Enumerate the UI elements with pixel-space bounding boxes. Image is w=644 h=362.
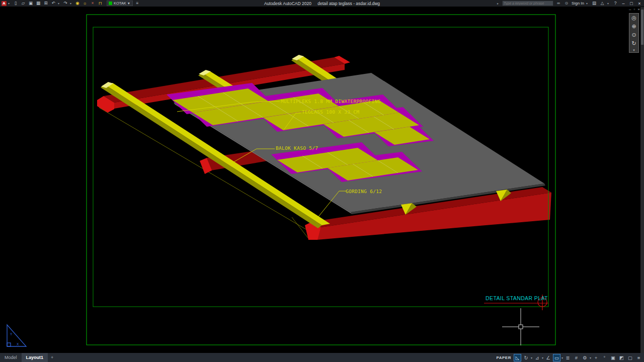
search-input[interactable] (502, 1, 553, 6)
autodesk-app-icon[interactable]: △ (599, 0, 605, 7)
space-indicator[interactable]: PAPER (496, 355, 511, 360)
annotation-balok-kaso[interactable]: BALOK KASO 5/7 (276, 145, 318, 151)
ucs-icon: Y X (7, 325, 26, 346)
paperspace-toggle-icon[interactable]: ◺ (514, 354, 521, 361)
sun-icon[interactable]: ☼ (82, 0, 88, 7)
lock-icon[interactable]: ⊓ (97, 0, 103, 7)
annotation-scale-icon[interactable]: ° (601, 354, 608, 361)
lightbulb-icon[interactable]: ◉ (74, 0, 80, 7)
close-button[interactable]: × (636, 1, 642, 6)
new-file-icon[interactable]: ▯ (13, 0, 19, 7)
annotation-monitor-icon[interactable]: ◩ (618, 354, 625, 361)
clean-screen-icon[interactable]: ▢ (626, 354, 634, 361)
doc-restore-button[interactable]: ▫ (633, 7, 635, 12)
title-bar: A ▾ ▯ ▱ ▣ ▦ ⊞ ↶ ▾ ↷ ▾ ◉ ☼ × ⊓ KOTAK ▾ ≡ … (0, 0, 644, 7)
detail-title[interactable]: DETAIL STANDAR PLAT (486, 295, 548, 301)
lineweight-icon[interactable]: ≣ (564, 354, 572, 361)
user-icon[interactable]: ☺ (564, 0, 570, 7)
qat-overflow-icon[interactable]: ≡ (134, 0, 140, 7)
isodraft-dropdown-icon[interactable]: ▾ (561, 356, 563, 359)
layer-color-swatch (109, 2, 112, 5)
annotation-multipleks[interactable]: MULTIPLEKS 1.8 MM DIWATERPROOFING (281, 99, 381, 104)
undo-dropdown-icon[interactable]: ▾ (58, 2, 61, 5)
orbit-icon[interactable]: ↻ (631, 39, 636, 48)
navigation-bar: ◎ ⊕ ⊙ ↻ ▾ (629, 13, 639, 53)
save-icon[interactable]: ▣ (28, 0, 34, 7)
sign-in-dropdown-icon[interactable]: ▾ (586, 2, 589, 5)
snap-mode-icon[interactable]: ↻ (522, 354, 530, 361)
doc-minimize-button[interactable]: – (629, 7, 631, 12)
help-icon[interactable]: ? (612, 0, 618, 7)
steering-wheel-icon[interactable]: ◎ (631, 14, 636, 22)
redo-icon[interactable]: ↷ (62, 0, 68, 7)
search-icon[interactable]: ∞ (555, 0, 561, 7)
grid-icon[interactable]: ⊿ (533, 354, 541, 361)
plot-icon[interactable]: ⊞ (43, 0, 49, 7)
layer-name: KOTAK (114, 1, 126, 6)
pan-icon[interactable]: ⊕ (631, 22, 636, 31)
logo-dropdown-icon[interactable]: ▾ (8, 2, 11, 5)
zoom-icon[interactable]: ⊙ (631, 31, 636, 39)
tab-model[interactable]: Model (0, 353, 22, 362)
status-bar: Model Layout1 + PAPER ◺ ↻ ▾ ⊿ ▾ ∠ ▭ ▾ ≣ … (0, 353, 644, 362)
scrollbar-thumb[interactable] (641, 10, 643, 45)
grid-dropdown-icon[interactable]: ▾ (542, 356, 543, 359)
workspace-switch-icon[interactable]: ▣ (609, 354, 617, 361)
app-store-cart-icon[interactable]: ▤ (591, 0, 597, 7)
autocad-window: Y X MULTIPLEKS 1.8 MM DIWATERPROOFING TE… (0, 0, 644, 362)
undo-icon[interactable]: ↶ (50, 0, 56, 7)
app-dropdown-icon[interactable]: ▾ (607, 2, 610, 5)
object-snap-icon[interactable]: # (573, 354, 580, 361)
search-expander-icon[interactable]: ▸ (497, 2, 500, 5)
maximize-button[interactable]: □ (628, 1, 634, 6)
app-name: Autodesk AutoCAD 2020 (264, 1, 311, 6)
settings-dropdown-icon[interactable]: ▾ (590, 356, 591, 359)
navbar-more-icon[interactable]: ▾ (633, 48, 635, 52)
sign-in-button[interactable]: Sign In (572, 1, 584, 6)
redo-dropdown-icon[interactable]: ▾ (70, 2, 73, 5)
autocad-logo[interactable]: A (2, 1, 7, 6)
annotation-scale-add-icon[interactable]: + (592, 354, 600, 361)
customization-icon[interactable]: ≡ (635, 354, 642, 361)
document-window-controls: – ▫ × (629, 7, 640, 12)
open-file-icon[interactable]: ▱ (20, 0, 26, 7)
layout-tabs: Model Layout1 + (0, 353, 56, 362)
status-toggles: PAPER ◺ ↻ ▾ ⊿ ▾ ∠ ▭ ▾ ≣ # ⚙ ▾ + ° ▣ ◩ ▢ … (496, 354, 643, 361)
annotation-gording[interactable]: GORDING 6/12 (346, 189, 382, 194)
snap-dropdown-icon[interactable]: ▾ (531, 356, 532, 359)
minimize-button[interactable]: – (620, 1, 626, 6)
new-layout-button[interactable]: + (48, 353, 56, 362)
document-name: detail atap teglass - asdar.id.dwg (317, 1, 380, 6)
annotation-teglass[interactable]: TEGLASS 100 X 33 CM (302, 109, 359, 115)
layer-dropdown-icon: ▾ (128, 1, 131, 6)
doc-close-button[interactable]: × (637, 7, 640, 12)
tab-layout1[interactable]: Layout1 (22, 353, 48, 362)
layer-dropdown[interactable]: KOTAK ▾ (107, 1, 133, 6)
drawing-canvas[interactable]: Y X (0, 0, 644, 362)
save-as-icon[interactable]: ▦ (35, 0, 41, 7)
crosshair-cursor (502, 308, 539, 345)
cancel-icon[interactable]: × (90, 0, 96, 7)
vertical-scrollbar[interactable] (640, 7, 644, 353)
polar-tracking-icon[interactable]: ∠ (544, 354, 552, 361)
svg-text:X: X (17, 342, 19, 346)
isodraft-icon[interactable]: ▭ (553, 354, 560, 361)
svg-text:Y: Y (10, 332, 13, 336)
settings-gear-icon[interactable]: ⚙ (581, 354, 589, 361)
